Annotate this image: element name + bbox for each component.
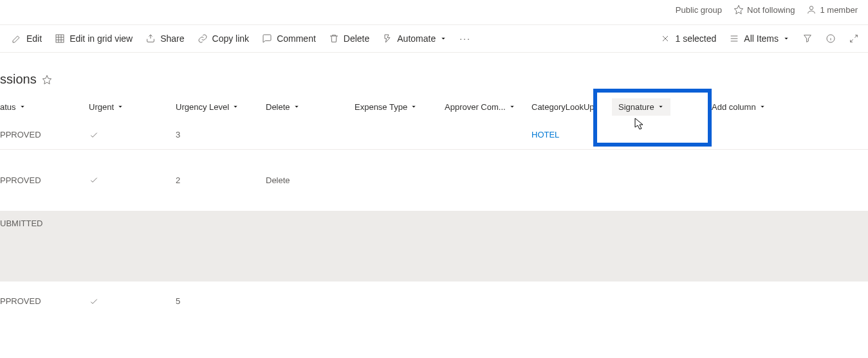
col-header-expense-type-label: Expense Type <box>355 102 407 112</box>
automate-button[interactable]: Automate <box>376 25 453 52</box>
col-header-signature-label: Signature <box>618 102 654 112</box>
chevron-down-icon <box>658 103 664 110</box>
data-grid: atus Urgent Urgency Level Delete Expense… <box>0 93 868 321</box>
status-value: PPROVED <box>0 130 41 139</box>
status-value: PPROVED <box>0 175 41 185</box>
grid-icon <box>55 33 65 44</box>
col-header-urgent-label: Urgent <box>89 102 114 112</box>
edit-button[interactable]: Edit <box>5 25 48 52</box>
col-header-status-label: atus <box>0 102 16 112</box>
checkmark-icon <box>89 296 99 307</box>
col-header-signature[interactable]: Signature <box>605 98 705 116</box>
following-toggle[interactable]: Not following <box>734 4 795 15</box>
members-button[interactable]: 1 member <box>806 4 858 15</box>
category-value: HOTEL <box>531 130 559 139</box>
col-header-approver[interactable]: Approver Com... <box>438 102 525 112</box>
add-column-label: Add column <box>712 102 756 112</box>
chevron-down-icon <box>440 35 447 42</box>
chevron-down-icon <box>783 35 790 42</box>
edit-label: Edit <box>26 33 42 44</box>
selected-count-label: 1 selected <box>675 33 716 44</box>
copy-link-label: Copy link <box>212 33 250 44</box>
members-label: 1 member <box>820 5 858 15</box>
chevron-down-icon <box>117 103 124 110</box>
col-header-urgency-level-label: Urgency Level <box>176 102 229 112</box>
following-label: Not following <box>747 5 795 15</box>
share-button[interactable]: Share <box>139 25 190 52</box>
col-header-urgency-level[interactable]: Urgency Level <box>169 102 259 112</box>
cell-status: UBMITTED <box>0 219 82 228</box>
automate-icon <box>382 33 392 44</box>
checkmark-icon <box>89 130 99 140</box>
share-icon <box>145 33 156 44</box>
table-row[interactable]: PPROVED 2 Delete <box>0 150 868 211</box>
svg-point-0 <box>810 6 813 10</box>
person-icon <box>806 4 817 15</box>
overflow-menu[interactable]: ··· <box>453 33 477 44</box>
cell-level: 3 <box>169 130 259 139</box>
svg-rect-1 <box>56 35 64 42</box>
add-column-button[interactable]: Add column <box>705 102 782 112</box>
chevron-down-icon <box>411 103 417 110</box>
view-selector[interactable]: All Items <box>725 33 793 44</box>
info-button[interactable] <box>822 33 840 44</box>
table-row[interactable]: UBMITTED <box>0 211 868 282</box>
level-value: 3 <box>176 130 180 139</box>
filter-button[interactable] <box>799 33 817 44</box>
level-value: 5 <box>176 296 180 306</box>
expand-button[interactable] <box>845 33 863 44</box>
edit-grid-button[interactable]: Edit in grid view <box>48 25 139 52</box>
view-label: All Items <box>744 33 779 44</box>
cell-level: 5 <box>169 296 259 306</box>
list-icon <box>729 33 739 44</box>
edit-grid-label: Edit in grid view <box>69 33 133 44</box>
expand-icon <box>849 33 859 44</box>
copy-link-button[interactable]: Copy link <box>191 25 256 52</box>
trash-icon <box>329 33 339 44</box>
col-header-category[interactable]: CategoryLookUp <box>525 102 605 112</box>
cell-status: PPROVED <box>0 296 82 306</box>
col-header-category-label: CategoryLookUp <box>531 102 595 112</box>
table-row[interactable]: PPROVED 5 <box>0 282 868 321</box>
col-header-urgent[interactable]: Urgent <box>82 102 169 112</box>
col-header-status[interactable]: atus <box>0 102 82 112</box>
cell-urgent <box>82 296 169 307</box>
chevron-down-icon <box>509 103 515 110</box>
clear-selection-button[interactable]: 1 selected <box>656 33 720 44</box>
signature-header-box[interactable]: Signature <box>612 98 670 116</box>
star-icon[interactable] <box>42 75 52 85</box>
share-label: Share <box>160 33 184 44</box>
top-info-bar: Public group Not following 1 member <box>0 0 868 19</box>
comment-label: Comment <box>277 33 316 44</box>
delete-button[interactable]: Delete <box>322 25 376 52</box>
x-icon <box>660 33 670 44</box>
cell-urgent <box>82 175 169 185</box>
col-header-approver-label: Approver Com... <box>445 102 506 112</box>
status-value: PPROVED <box>0 296 41 306</box>
table-row[interactable]: PPROVED 3 HOTEL <box>0 120 868 150</box>
chevron-down-icon <box>19 103 26 110</box>
list-title-row: ssions <box>0 53 868 93</box>
cell-level: 2 <box>169 175 259 185</box>
chevron-down-icon <box>759 103 766 110</box>
col-header-delete[interactable]: Delete <box>259 102 348 112</box>
filter-icon <box>802 33 813 44</box>
cell-status: PPROVED <box>0 130 82 139</box>
col-header-expense-type[interactable]: Expense Type <box>348 102 438 112</box>
star-icon <box>734 4 744 15</box>
cell-delete: Delete <box>259 175 348 185</box>
cell-urgent <box>82 130 169 140</box>
info-icon <box>826 33 836 44</box>
status-value: UBMITTED <box>0 219 42 228</box>
link-icon <box>198 33 208 44</box>
comment-button[interactable]: Comment <box>255 25 322 52</box>
cell-category[interactable]: HOTEL <box>525 130 605 139</box>
delete-value: Delete <box>266 175 290 185</box>
chevron-down-icon <box>232 103 239 110</box>
list-title: ssions <box>0 72 37 87</box>
automate-label: Automate <box>397 33 436 44</box>
delete-label: Delete <box>344 33 369 44</box>
col-header-delete-label: Delete <box>266 102 290 112</box>
cell-status: PPROVED <box>0 175 82 185</box>
checkmark-icon <box>89 175 99 185</box>
